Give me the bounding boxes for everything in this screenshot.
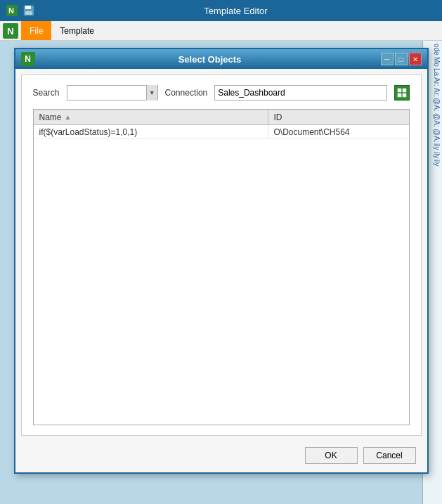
title-bar-left: N bbox=[6, 4, 35, 17]
col-id-header: ID bbox=[268, 110, 409, 124]
cell-name: if($(varLoadStatus)=1,0,1) bbox=[34, 125, 268, 138]
sort-icon[interactable]: ▲ bbox=[65, 113, 72, 121]
menu-template[interactable]: Template bbox=[51, 21, 103, 40]
title-bar: N Template Editor bbox=[0, 0, 442, 21]
app-window: N Template Editor N File Template bbox=[0, 0, 442, 504]
svg-rect-9 bbox=[403, 93, 406, 97]
table-header: Name ▲ ID bbox=[34, 110, 409, 125]
app-icon: N bbox=[6, 4, 18, 17]
dialog-win-controls: ─ □ ✕ bbox=[381, 53, 422, 65]
objects-table: Name ▲ ID if($(varLoadStatus)=1,0,1)O\Do… bbox=[33, 109, 410, 425]
table-rows: if($(varLoadStatus)=1,0,1)O\Document\CH5… bbox=[34, 125, 409, 139]
cancel-button[interactable]: Cancel bbox=[363, 447, 416, 464]
select-objects-dialog: N Select Objects ─ □ ✕ Search bbox=[14, 48, 429, 474]
svg-rect-5 bbox=[25, 11, 32, 15]
dialog-title: Select Objects bbox=[39, 54, 381, 65]
cell-id: O\Document\CH564 bbox=[268, 125, 409, 138]
search-dropdown-btn[interactable]: ▼ bbox=[146, 85, 157, 101]
svg-rect-7 bbox=[403, 89, 406, 92]
dialog-body: Search ▼ Connection bbox=[21, 75, 422, 436]
table-row[interactable]: if($(varLoadStatus)=1,0,1)O\Document\CH5… bbox=[34, 125, 409, 139]
search-input[interactable] bbox=[67, 86, 146, 100]
svg-rect-4 bbox=[25, 6, 31, 9]
browse-icon bbox=[397, 88, 407, 98]
svg-text:N: N bbox=[8, 6, 14, 15]
dialog-close-btn[interactable]: ✕ bbox=[409, 53, 422, 65]
save-icon[interactable] bbox=[22, 4, 35, 17]
menu-bar: N File Template bbox=[0, 21, 442, 41]
connection-input[interactable] bbox=[214, 85, 386, 101]
search-input-wrapper: ▼ bbox=[67, 85, 158, 101]
n-logo: N bbox=[3, 23, 18, 39]
dialog-maximize-btn[interactable]: □ bbox=[395, 53, 408, 65]
connection-browse-btn[interactable] bbox=[394, 85, 410, 101]
dialog-overlay: N Select Objects ─ □ ✕ Search bbox=[0, 41, 442, 504]
menu-file[interactable]: File bbox=[21, 21, 51, 40]
dialog-minimize-btn[interactable]: ─ bbox=[381, 53, 394, 65]
col-name-header: Name ▲ bbox=[34, 110, 268, 124]
svg-rect-8 bbox=[398, 93, 401, 97]
dialog-n-logo: N bbox=[21, 52, 35, 66]
main-content: ode Mo La Ar: Ar: @A: @A: @A: ily ily il… bbox=[0, 41, 442, 504]
ok-button[interactable]: OK bbox=[305, 447, 358, 464]
app-title: Template Editor bbox=[35, 6, 436, 16]
dialog-title-bar: N Select Objects ─ □ ✕ bbox=[15, 49, 427, 69]
dialog-footer: OK Cancel bbox=[15, 441, 427, 472]
search-row: Search ▼ Connection bbox=[33, 85, 410, 101]
connection-label: Connection bbox=[165, 88, 208, 98]
search-label: Search bbox=[33, 88, 60, 98]
svg-rect-6 bbox=[398, 89, 401, 92]
